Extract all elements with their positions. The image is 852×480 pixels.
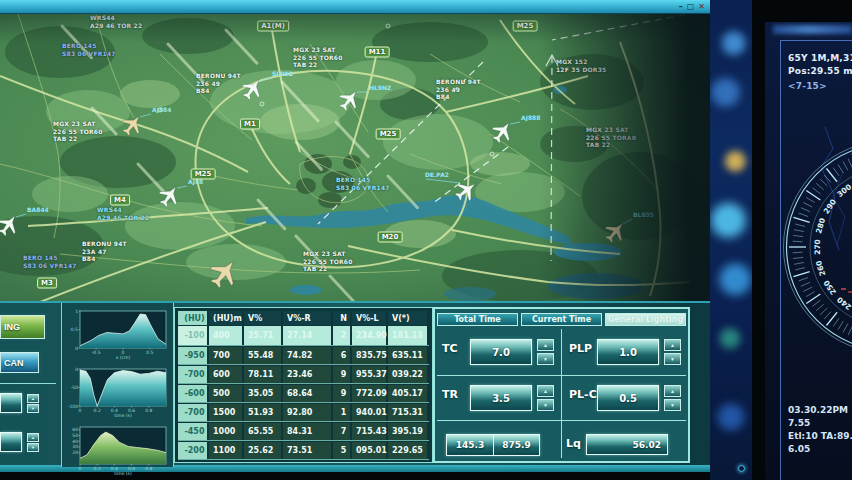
table-cell: 039.22 bbox=[388, 366, 427, 383]
aircraft-icon[interactable] bbox=[118, 110, 147, 139]
column-header: (HU)m bbox=[209, 311, 242, 325]
lq-field[interactable]: 56.02 bbox=[586, 434, 668, 455]
compass-value-2: 6.05 bbox=[788, 443, 852, 456]
svg-text:x (cm): x (cm) bbox=[116, 355, 131, 360]
aircraft-callsign: AJ88 bbox=[188, 178, 203, 186]
spin-down-icon[interactable]: ▼ bbox=[27, 443, 39, 452]
table-cell: 25.62 bbox=[244, 442, 281, 459]
field-plp[interactable]: 1.0 bbox=[597, 339, 659, 365]
left-field-2[interactable] bbox=[0, 432, 22, 452]
desk-scene: – ▢ ✕ bbox=[0, 0, 852, 480]
readout-row: 145.3 875.9 Lq 56.02 bbox=[435, 416, 688, 461]
table-cell: 234.90 bbox=[352, 326, 386, 345]
svg-text:0.8: 0.8 bbox=[145, 466, 152, 471]
control-group-tr: TR3.5▲▼ bbox=[437, 375, 561, 420]
field-pl-c[interactable]: 0.5 bbox=[597, 385, 659, 411]
table-cell: -950 bbox=[178, 347, 207, 364]
table-cell: 23.46 bbox=[283, 366, 331, 383]
control-group-pl-c: PL-C0.5▲▼ bbox=[564, 375, 688, 420]
contrail-streak bbox=[336, 122, 368, 157]
table-cell: 84.31 bbox=[283, 423, 331, 440]
table-cell: 400 bbox=[209, 326, 242, 345]
left-field-1[interactable] bbox=[0, 393, 22, 413]
aircraft-icon[interactable] bbox=[452, 176, 481, 205]
control-label: PLP bbox=[569, 342, 592, 355]
mini-chart-3: 203040506000.20.40.60.8time (s) bbox=[65, 424, 173, 480]
contrail-streak bbox=[258, 200, 285, 229]
column-header: N bbox=[333, 311, 350, 325]
table-row[interactable]: -700150051.9392.801940.01715.31 bbox=[178, 404, 429, 422]
contrail-streak bbox=[388, 176, 417, 208]
spin-up-icon[interactable]: ▲ bbox=[664, 339, 681, 351]
field-tc[interactable]: 7.0 bbox=[470, 339, 532, 365]
spin-down-icon[interactable]: ▼ bbox=[664, 399, 681, 411]
flight-path-dashed bbox=[551, 56, 552, 261]
table-row[interactable]: -200110025.6273.515095.01229.65 bbox=[178, 442, 429, 460]
minimize-icon[interactable]: – bbox=[679, 1, 683, 12]
compass-time: 03.30.22PM bbox=[788, 404, 852, 417]
table-row[interactable]: -450100065.5584.317715.43395.19 bbox=[178, 423, 429, 441]
spin-down-icon[interactable]: ▼ bbox=[537, 353, 554, 365]
spinner-pl-c: ▲▼ bbox=[664, 385, 681, 411]
left-control-panel: INGCAN ▲▼▲▼ bbox=[0, 303, 62, 467]
aircraft-icon[interactable] bbox=[335, 85, 364, 114]
aircraft-icon[interactable] bbox=[238, 74, 267, 103]
contrail-streak bbox=[330, 276, 355, 301]
spin-up-icon[interactable]: ▲ bbox=[27, 433, 39, 442]
readout-pair: 145.3 875.9 bbox=[446, 434, 540, 456]
svg-text:0: 0 bbox=[79, 466, 82, 471]
contrail-streak bbox=[282, 82, 318, 121]
svg-text:0: 0 bbox=[79, 408, 82, 413]
maximize-icon[interactable]: ▢ bbox=[687, 1, 695, 12]
aircraft-icon[interactable] bbox=[204, 253, 244, 293]
table-cell: 78.11 bbox=[244, 366, 281, 383]
aircraft-callsign: DE.PA2 bbox=[425, 171, 449, 178]
aircraft-icon[interactable] bbox=[488, 117, 517, 146]
table-cell: 715.31 bbox=[388, 404, 427, 421]
dial-tick-label: 270 bbox=[813, 239, 822, 255]
table-row[interactable]: -95070055.4874.826835.75635.11 bbox=[178, 347, 429, 365]
control-label: PL-C bbox=[569, 388, 597, 401]
power-led-icon bbox=[738, 465, 745, 472]
window-titlebar[interactable]: – ▢ ✕ bbox=[0, 0, 710, 14]
table-cell: 600 bbox=[209, 366, 242, 383]
column-header: V% bbox=[244, 311, 281, 325]
aircraft-callsign: HL9NZ bbox=[369, 84, 392, 91]
table-cell: -600 bbox=[178, 385, 207, 402]
table-cell: 1 bbox=[333, 404, 350, 421]
table-cell: -200 bbox=[178, 442, 207, 459]
table-row[interactable]: -70060078.1123.469955.37039.22 bbox=[178, 366, 429, 384]
readout-value-2[interactable]: 875.9 bbox=[493, 435, 539, 455]
aircraft-icon[interactable] bbox=[0, 210, 23, 239]
table-cell: 181.13 bbox=[388, 326, 427, 345]
field-tr[interactable]: 3.5 bbox=[470, 385, 532, 411]
charts-panel: 00.51-0.500.5x (cm)0-50-10000.20.40.60.8… bbox=[62, 303, 174, 467]
spin-down-icon[interactable]: ▼ bbox=[537, 399, 554, 411]
spin-up-icon[interactable]: ▲ bbox=[537, 385, 554, 397]
radar-app-window: – ▢ ✕ bbox=[0, 0, 710, 471]
table-cell: 835.75 bbox=[352, 347, 386, 364]
compass-footer: 03.30.22PM 7.55 Etl:10 TA:89.00 6.05 bbox=[788, 404, 852, 456]
table-cell: -700 bbox=[178, 404, 207, 421]
blurred-display-glow bbox=[710, 0, 752, 480]
svg-text:-0.5: -0.5 bbox=[92, 350, 101, 355]
spin-up-icon[interactable]: ▲ bbox=[664, 385, 681, 397]
table-row[interactable]: -60050035.0568.649772.09405.17 bbox=[178, 385, 429, 403]
table-row-highlighted[interactable]: -10040025.7127.142234.90181.13 bbox=[178, 326, 429, 346]
spin-up-icon[interactable]: ▲ bbox=[537, 339, 554, 351]
spin-up-icon[interactable]: ▲ bbox=[27, 394, 39, 403]
spin-down-icon[interactable]: ▼ bbox=[27, 404, 39, 413]
spin-down-icon[interactable]: ▼ bbox=[664, 353, 681, 365]
table-panel: (HU)(HU)mV%V%-RNV%-LV(*)-10040025.7127.1… bbox=[174, 307, 433, 463]
close-icon[interactable]: ✕ bbox=[698, 1, 705, 12]
column-header: V%-R bbox=[283, 311, 331, 325]
table-cell: 51.93 bbox=[244, 404, 281, 421]
aircraft-icon[interactable] bbox=[601, 217, 630, 246]
contrail-streak bbox=[62, 26, 91, 58]
table-cell: 700 bbox=[209, 347, 242, 364]
readout-value-1[interactable]: 145.3 bbox=[447, 435, 493, 455]
column-header: (HU) bbox=[178, 311, 207, 325]
column-header: V(*) bbox=[388, 311, 427, 325]
spinner-plp: ▲▼ bbox=[664, 339, 681, 365]
svg-text:20: 20 bbox=[72, 450, 78, 455]
